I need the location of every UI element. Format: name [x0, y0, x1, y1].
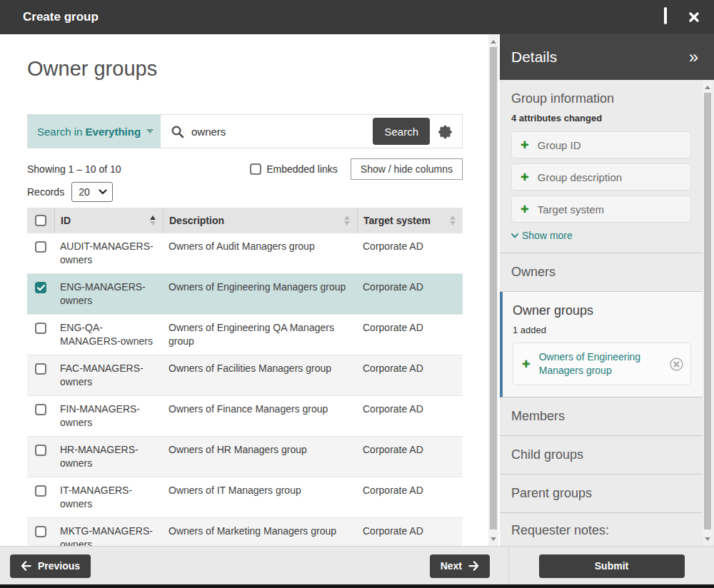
owners-section[interactable]: Owners — [500, 253, 703, 292]
owners-heading: Owners — [511, 265, 555, 280]
search-scope-dropdown[interactable]: Search in Everything — [28, 115, 161, 148]
cell-id: ENG-MANAGERS-owners — [54, 274, 163, 314]
attribute-card-target-system[interactable]: ✚ Target system — [511, 196, 691, 223]
details-body: Group information 4 attributes changed ✚… — [500, 80, 703, 546]
parent-groups-section[interactable]: Parent groups — [500, 475, 703, 513]
row-checkbox[interactable] — [35, 445, 46, 456]
collapse-panel-button[interactable]: » — [689, 49, 698, 66]
sort-icon[interactable] — [150, 216, 157, 225]
owner-group-item: ✚ Owners of Engineering Managers group — [513, 343, 691, 385]
row-checkbox[interactable] — [35, 485, 46, 497]
cell-target-system: Corporate AD — [357, 437, 463, 477]
details-header: Details » — [500, 34, 714, 80]
cell-id: HR-MANAGERS-owners — [54, 437, 163, 477]
owner-groups-section: Owner groups 1 added ✚ Owners of Enginee… — [500, 292, 703, 397]
create-group-dialog: Create group Owner groups Search in Ever… — [0, 0, 714, 588]
cell-description: Owners of Audit Managers group — [163, 233, 357, 273]
main-scrollbar[interactable] — [488, 34, 498, 546]
group-information-heading: Group information — [511, 91, 691, 106]
attribute-card-group-id[interactable]: ✚ Group ID — [511, 131, 691, 158]
bottom-strip — [0, 584, 714, 588]
remove-item-button[interactable] — [670, 358, 683, 371]
attribute-card-group-description[interactable]: ✚ Group description — [511, 163, 691, 191]
show-more-link[interactable]: Show more — [511, 230, 691, 241]
arrow-left-icon — [21, 561, 31, 571]
row-checkbox[interactable] — [35, 526, 46, 537]
attributes-changed-status: 4 attributes changed — [511, 113, 691, 123]
plus-icon: ✚ — [521, 171, 529, 183]
details-title: Details — [511, 49, 557, 66]
scroll-down-icon[interactable] — [488, 534, 498, 544]
cell-id: ENG-QA-MANAGERS-owners — [54, 315, 163, 355]
dialog-title: Create group — [23, 10, 99, 24]
sort-icon[interactable] — [450, 216, 457, 225]
show-hide-columns-button[interactable]: Show / hide columns — [351, 158, 463, 180]
scrollbar-thumb[interactable] — [490, 47, 497, 529]
cell-description: Owners of Marketing Managers group — [163, 518, 357, 546]
cell-target-system: Corporate AD — [357, 355, 463, 395]
plus-icon: ✚ — [521, 139, 529, 151]
table-row[interactable]: FIN-MANAGERS-owners Owners of Finance Ma… — [27, 396, 463, 437]
sort-icon[interactable] — [344, 216, 351, 225]
chevron-down-icon — [99, 189, 107, 195]
table-row[interactable]: FAC-MANAGERS-owners Owners of Facilities… — [27, 355, 463, 396]
row-checkbox[interactable] — [35, 363, 46, 375]
details-scrollbar[interactable] — [703, 80, 713, 546]
search-settings-button[interactable] — [437, 115, 462, 148]
scroll-up-icon[interactable] — [488, 36, 498, 46]
table-row[interactable]: ENG-MANAGERS-owners Owners of Engineerin… — [27, 274, 463, 315]
row-checkbox[interactable] — [35, 323, 46, 334]
owner-group-link[interactable]: Owners of Engineering Managers group — [539, 350, 661, 377]
search-scope-label: Search in Everything — [37, 126, 141, 138]
cell-target-system: Corporate AD — [357, 477, 463, 517]
cell-target-system: Corporate AD — [357, 233, 463, 273]
gear-icon — [437, 123, 453, 140]
arrow-right-icon — [468, 561, 479, 571]
embedded-links-checkbox[interactable] — [250, 163, 261, 175]
records-per-page-select[interactable]: 20 — [71, 182, 113, 202]
embedded-links-toggle[interactable]: Embedded links — [250, 163, 338, 175]
cell-description: Owners of IT Managers group — [163, 477, 357, 517]
embedded-links-label: Embedded links — [266, 163, 338, 175]
table-row[interactable]: ENG-QA-MANAGERS-owners Owners of Enginee… — [27, 315, 463, 355]
previous-button[interactable]: Previous — [10, 554, 91, 578]
plus-icon: ✚ — [522, 358, 531, 370]
titlebar: Create group — [0, 0, 714, 34]
search-input[interactable] — [191, 126, 373, 138]
table-row[interactable]: AUDIT-MANAGERS-owners Owners of Audit Ma… — [27, 233, 463, 274]
table-row[interactable]: IT-MANAGERS-owners Owners of IT Managers… — [27, 477, 463, 518]
requester-notes-section: Requester notes: — [500, 513, 703, 546]
cell-description: Owners of Facilities Managers group — [163, 355, 357, 395]
row-checkbox[interactable] — [35, 241, 46, 253]
scroll-down-icon[interactable] — [703, 534, 713, 544]
details-panel: Details » Group information 4 attributes… — [500, 34, 714, 546]
maximize-button[interactable] — [664, 11, 667, 24]
results-summary: Showing 1 – 10 of 10 — [27, 163, 121, 175]
scroll-up-icon[interactable] — [703, 82, 713, 92]
close-button[interactable] — [688, 11, 700, 23]
child-groups-section[interactable]: Child groups — [500, 436, 703, 475]
remove-circle-icon — [670, 358, 683, 371]
members-section[interactable]: Members — [500, 397, 703, 436]
main-panel: Owner groups Search in Everything Search — [0, 34, 500, 546]
submit-button[interactable]: Submit — [539, 554, 685, 578]
cell-id: FAC-MANAGERS-owners — [54, 355, 163, 395]
next-button[interactable]: Next — [430, 554, 490, 578]
column-header-description[interactable]: Description — [163, 208, 357, 233]
column-header-target-system[interactable]: Target system — [357, 208, 463, 233]
row-checkbox[interactable] — [35, 282, 46, 293]
scrollbar-thumb[interactable] — [704, 93, 711, 529]
select-all-checkbox[interactable] — [35, 215, 46, 226]
parent-groups-heading: Parent groups — [511, 486, 592, 501]
cell-id: AUDIT-MANAGERS-owners — [54, 233, 163, 273]
requester-notes-label: Requester notes: — [511, 523, 609, 537]
search-button[interactable]: Search — [373, 118, 430, 145]
table-row[interactable]: MKTG-MANAGERS-owners Owners of Marketing… — [27, 518, 463, 546]
members-heading: Members — [511, 409, 565, 424]
column-header-id[interactable]: ID — [54, 208, 163, 233]
maximize-icon — [664, 7, 667, 24]
row-checkbox[interactable] — [35, 404, 46, 415]
cell-description: Owners of Engineering Managers group — [163, 274, 357, 314]
table-row[interactable]: HR-MANAGERS-owners Owners of HR Managers… — [27, 437, 463, 477]
owner-groups-added-status: 1 added — [513, 325, 691, 335]
